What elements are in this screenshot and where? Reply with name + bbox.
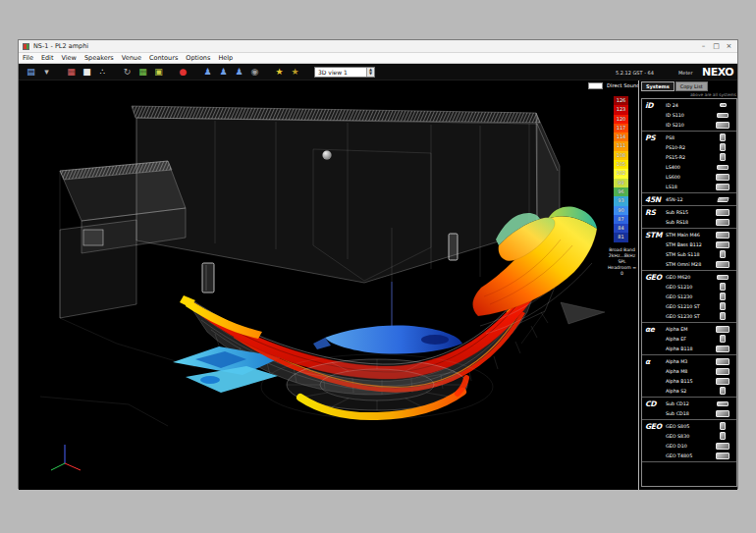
tab-copy-list[interactable]: Copy List <box>675 81 708 91</box>
brand-section-rs: RSSub RS15Sub RS18 <box>642 206 736 229</box>
save-icon[interactable]: ▦ <box>65 66 78 79</box>
product-label: GEO S805 <box>666 424 689 429</box>
speaker-cabinet-icon <box>720 387 726 395</box>
close-button[interactable]: × <box>723 41 735 52</box>
visibility-icon[interactable]: ◉ <box>248 66 261 79</box>
nexo-logo: NEXO <box>702 66 733 79</box>
product-row-ls600[interactable]: LS600 <box>666 172 736 182</box>
product-row-alpha-ef[interactable]: Alpha EF <box>666 334 736 344</box>
product-row-ls400[interactable]: LS400 <box>666 162 736 172</box>
venue-grid-icon[interactable]: ▦ <box>136 66 149 79</box>
product-row-stm-bass-b112[interactable]: STM Bass B112 <box>666 240 736 249</box>
product-row-id-24[interactable]: ID 24 <box>666 100 736 110</box>
product-row-id-s110[interactable]: ID S110 <box>666 110 736 120</box>
brand-logo-stm: STM <box>645 231 662 240</box>
menu-options[interactable]: Options <box>186 54 210 62</box>
speaker-cabinet-icon <box>716 326 729 333</box>
menu-contours[interactable]: Contours <box>149 54 178 62</box>
product-label: Alpha S2 <box>666 389 686 394</box>
speaker-cabinet-icon <box>720 283 726 291</box>
product-row-geo-s805[interactable]: GEO S805 <box>666 421 736 431</box>
product-row-geo-d10[interactable]: GEO D10 <box>666 441 736 451</box>
menu-speakers[interactable]: Speakers <box>84 54 114 62</box>
brand-section-ps: PSPS8PS10-R2PS15-R2LS400LS600LS18 <box>642 132 736 193</box>
product-row-alpha-s2[interactable]: Alpha S2 <box>666 386 736 396</box>
listener-3-icon[interactable]: ♟ <box>233 66 245 79</box>
menu-view[interactable]: View <box>61 54 76 62</box>
view-selector-spinner[interactable]: ▲▼ <box>366 68 374 77</box>
product-label: Alpha B118 <box>666 346 693 351</box>
rotate-view-icon[interactable]: ↻ <box>121 66 134 79</box>
product-row-alpha-m8[interactable]: Alpha M8 <box>666 366 736 376</box>
product-row-alpha-m3[interactable]: Alpha M3 <box>666 356 736 366</box>
product-row-sub-cd12[interactable]: Sub CD12 <box>666 399 736 408</box>
speaker-cabinet-icon <box>720 302 726 310</box>
product-row-sub-rs18[interactable]: Sub RS18 <box>666 217 736 227</box>
maximize-button[interactable]: □ <box>710 41 723 52</box>
product-row-geo-s830[interactable]: GEO S830 <box>666 431 736 441</box>
open-file-icon[interactable]: ▤ <box>25 66 37 79</box>
brand-section-id: iDID 24ID S110ID S210 <box>642 99 736 132</box>
product-label: GEO T4805 <box>666 453 692 458</box>
brand-logo-cd: CD <box>645 400 656 408</box>
product-row-ps15-r2[interactable]: PS15-R2 <box>666 152 736 162</box>
product-row-ps10-r2[interactable]: PS10-R2 <box>666 142 736 152</box>
speaker-box-icon[interactable]: ▣ <box>152 66 165 79</box>
caret-down-icon[interactable]: ▾ <box>40 66 53 79</box>
view-selector-dropdown[interactable]: 3D view 1 ▲▼ <box>314 67 375 78</box>
tab-systems[interactable]: Systems <box>641 81 675 91</box>
product-row-alpha-em[interactable]: Alpha EM <box>666 324 736 334</box>
menu-help[interactable]: Help <box>218 54 233 62</box>
listener-1-icon[interactable]: ♟ <box>201 66 214 79</box>
nexo-disc-icon[interactable]: ● <box>177 66 189 79</box>
product-row-geo-m620[interactable]: GEO M620 <box>666 272 736 282</box>
speaker-cabinet-icon <box>716 410 729 417</box>
toolbar-icons: ▤▾▦■∴↻▦▣●♟♟♟◉★★ <box>25 66 304 79</box>
brand-logo-ps: PS <box>645 133 655 142</box>
product-label: PS8 <box>666 135 675 140</box>
speaker-cabinet-icon <box>716 184 729 190</box>
product-row-ls18[interactable]: LS18 <box>666 182 736 191</box>
product-row-sub-cd18[interactable]: Sub CD18 <box>666 408 736 418</box>
brand-section-αe: αeAlpha EMAlpha EFAlpha B118 <box>642 323 736 355</box>
share-icon[interactable]: ∴ <box>96 66 109 79</box>
product-row-id-s210[interactable]: ID S210 <box>666 120 736 130</box>
speaker-cabinet-icon <box>720 422 726 430</box>
stop-icon[interactable]: ■ <box>81 66 93 79</box>
minimize-button[interactable]: – <box>697 41 710 52</box>
speaker-cabinet-icon <box>716 219 729 226</box>
sidebar-note: above are all systems <box>690 92 736 97</box>
product-row-geo-s1210-st[interactable]: GEO S1210 ST <box>666 301 736 311</box>
tag-2-icon[interactable]: ★ <box>289 66 301 79</box>
speaker-cabinet-icon <box>717 113 729 118</box>
brand-section-geo: GEOGEO M620GEO S1210GEO S1230GEO S1210 S… <box>642 271 736 323</box>
product-row-geo-t4805[interactable]: GEO T4805 <box>666 451 736 460</box>
product-row-stm-sub-s118[interactable]: STM Sub S118 <box>666 249 736 259</box>
main-area: Direct Sound 126123120117114111108105102… <box>19 80 737 490</box>
product-row-geo-s1230-st[interactable]: GEO S1230 ST <box>666 311 736 321</box>
legend-band-108: 108 <box>614 151 628 160</box>
speaker-cabinet-icon <box>716 368 729 375</box>
3d-viewport[interactable] <box>19 80 606 490</box>
product-row-geo-s1230[interactable]: GEO S1230 <box>666 292 736 301</box>
product-label: GEO M620 <box>666 275 690 280</box>
product-row-stm-omni-m28[interactable]: STM Omni M28 <box>666 259 736 269</box>
legend-band-84: 84 <box>614 224 628 233</box>
product-row-alpha-b118[interactable]: Alpha B118 <box>666 344 736 353</box>
product-row-45n-12[interactable]: 45N-12 <box>666 194 736 204</box>
menu-edit[interactable]: Edit <box>41 54 54 62</box>
menu-file[interactable]: File <box>23 54 33 62</box>
speaker-cabinet-icon <box>717 275 729 280</box>
speaker-cabinet-icon <box>717 401 729 406</box>
listener-2-icon[interactable]: ♟ <box>217 66 230 79</box>
product-label: Sub CD12 <box>666 401 689 406</box>
product-row-ps8[interactable]: PS8 <box>666 133 736 142</box>
direct-sound-box[interactable] <box>588 82 603 89</box>
menu-venue[interactable]: Venue <box>122 54 141 62</box>
product-row-sub-rs15[interactable]: Sub RS15 <box>666 207 736 217</box>
product-row-alpha-b115[interactable]: Alpha B115 <box>666 376 736 386</box>
tag-1-icon[interactable]: ★ <box>273 66 286 79</box>
product-label: GEO S1210 ST <box>666 304 700 309</box>
product-row-stm-main-m46[interactable]: STM Main M46 <box>666 230 736 240</box>
product-row-geo-s1210[interactable]: GEO S1210 <box>666 282 736 292</box>
